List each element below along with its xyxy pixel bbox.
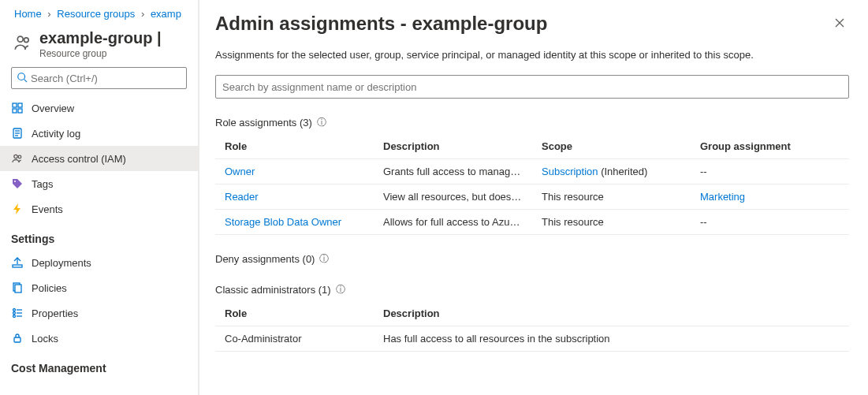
sidebar-item-deployments[interactable]: Deployments: [0, 250, 198, 275]
role-link[interactable]: Storage Blob Data Owner: [225, 216, 341, 228]
sidebar-item-label: Access control (IAM): [32, 153, 126, 165]
svg-rect-15: [13, 265, 22, 267]
deny-assignments-header: Deny assignments (0) ⓘ: [215, 252, 849, 266]
chevron-right-icon: ›: [141, 8, 144, 20]
classic-admins-header: Classic administrators (1) ⓘ: [215, 283, 849, 296]
cell-scope: This resource: [532, 210, 691, 235]
sidebar-item-overview[interactable]: Overview: [0, 95, 198, 121]
deployments-icon: [11, 256, 24, 269]
col-scope[interactable]: Scope: [532, 134, 691, 159]
sidebar-item-label: Properties: [32, 307, 78, 319]
svg-point-14: [14, 181, 16, 182]
sidebar-item-events[interactable]: Events: [0, 196, 198, 222]
sidebar-item-policies[interactable]: Policies: [0, 275, 198, 300]
svg-rect-6: [13, 109, 17, 113]
resource-subtitle: Resource group: [39, 48, 162, 59]
svg-rect-24: [14, 337, 20, 342]
svg-point-22: [13, 315, 16, 318]
sidebar-item-label: Policies: [32, 282, 67, 294]
sidebar-item-activity-log[interactable]: Activity log: [0, 121, 198, 146]
cell-description: View all resources, but does not...: [374, 184, 532, 210]
svg-point-12: [14, 155, 17, 158]
cell-role: Co-Administrator: [215, 326, 374, 352]
close-button[interactable]: [830, 13, 849, 35]
role-link[interactable]: Reader: [225, 191, 259, 203]
resource-header: example-group | Resource group: [0, 26, 198, 67]
role-link[interactable]: Owner: [225, 166, 255, 177]
role-assignments-header: Role assignments (3) ⓘ: [215, 116, 849, 129]
col-description[interactable]: Description: [374, 301, 849, 326]
breadcrumb-current[interactable]: examp: [151, 8, 181, 20]
col-role[interactable]: Role: [215, 301, 374, 326]
svg-rect-5: [18, 103, 22, 107]
classic-admins-table: Role Description Co-Administrator Has fu…: [215, 301, 849, 352]
tags-icon: [11, 177, 24, 190]
panel-search[interactable]: [215, 75, 849, 99]
search-icon: [17, 72, 28, 85]
info-icon[interactable]: ⓘ: [319, 252, 329, 266]
svg-point-0: [17, 36, 23, 42]
cell-description: Grants full access to manage all ...: [374, 159, 532, 184]
close-icon: [833, 20, 846, 32]
svg-rect-17: [15, 285, 21, 293]
svg-point-13: [18, 155, 21, 158]
info-icon[interactable]: ⓘ: [336, 283, 345, 296]
role-assignments-table: Role Description Scope Group assignment …: [215, 134, 849, 235]
sidebar-item-label: Deployments: [32, 257, 91, 269]
scope-link[interactable]: Subscription: [542, 166, 598, 177]
table-row[interactable]: Co-Administrator Has full access to all …: [215, 326, 849, 352]
panel-title: Admin assignments - example-group: [215, 13, 547, 35]
policies-icon: [11, 281, 24, 294]
role-assignments-title: Role assignments (3): [215, 117, 312, 129]
table-row[interactable]: Storage Blob Data Owner Allows for full …: [215, 210, 849, 235]
sidebar-item-tags[interactable]: Tags: [0, 171, 198, 196]
people-icon: [11, 152, 24, 165]
scope-suffix: (Inherited): [598, 166, 648, 177]
sidebar-item-label: Overview: [32, 102, 74, 114]
properties-icon: [11, 307, 24, 319]
chevron-right-icon: ›: [47, 8, 50, 20]
svg-line-3: [24, 79, 28, 82]
svg-rect-7: [18, 109, 22, 113]
overview-icon: [11, 102, 24, 114]
sidebar-item-locks[interactable]: Locks: [0, 326, 198, 351]
classic-admins-title: Classic administrators (1): [215, 284, 331, 296]
sidebar-item-properties[interactable]: Properties: [0, 300, 198, 326]
breadcrumb: Home › Resource groups › examp: [0, 0, 198, 26]
col-description[interactable]: Description: [374, 134, 532, 159]
events-icon: [11, 203, 24, 215]
cell-description: Allows for full access to Azure S...: [374, 210, 532, 235]
sidebar-item-label: Events: [32, 203, 63, 215]
deny-assignments-title: Deny assignments (0): [215, 253, 315, 265]
breadcrumb-home[interactable]: Home: [14, 8, 42, 20]
table-row[interactable]: Owner Grants full access to manage all .…: [215, 159, 849, 184]
svg-point-20: [13, 312, 16, 315]
svg-point-2: [18, 73, 25, 80]
sidebar-item-label: Locks: [32, 333, 58, 345]
sidebar-search-input[interactable]: [31, 73, 181, 84]
activity-log-icon: [11, 127, 24, 140]
cell-scope: This resource: [532, 184, 691, 210]
svg-point-18: [13, 309, 16, 311]
breadcrumb-resource-groups[interactable]: Resource groups: [57, 8, 135, 20]
col-group-assignment[interactable]: Group assignment: [691, 134, 849, 159]
svg-rect-4: [13, 103, 17, 107]
sidebar-search[interactable]: [11, 67, 187, 89]
col-role[interactable]: Role: [215, 134, 374, 159]
svg-point-1: [24, 38, 29, 43]
resource-title: example-group |: [39, 29, 162, 47]
sidebar-section-cost: Cost Management: [0, 351, 198, 379]
cell-group: --: [691, 159, 849, 184]
panel-search-input[interactable]: [222, 81, 842, 93]
cell-group: --: [691, 210, 849, 235]
group-link[interactable]: Marketing: [700, 191, 745, 203]
cell-description: Has full access to all resources in the …: [374, 326, 849, 352]
people-icon: [13, 32, 33, 53]
sidebar-item-label: Tags: [32, 178, 53, 190]
lock-icon: [11, 332, 24, 345]
table-row[interactable]: Reader View all resources, but does not.…: [215, 184, 849, 210]
sidebar-item-access-control[interactable]: Access control (IAM): [0, 146, 198, 171]
info-icon[interactable]: ⓘ: [317, 116, 326, 129]
sidebar-section-settings: Settings: [0, 222, 198, 250]
sidebar-nav: Overview Activity log Access control (IA…: [0, 92, 198, 379]
